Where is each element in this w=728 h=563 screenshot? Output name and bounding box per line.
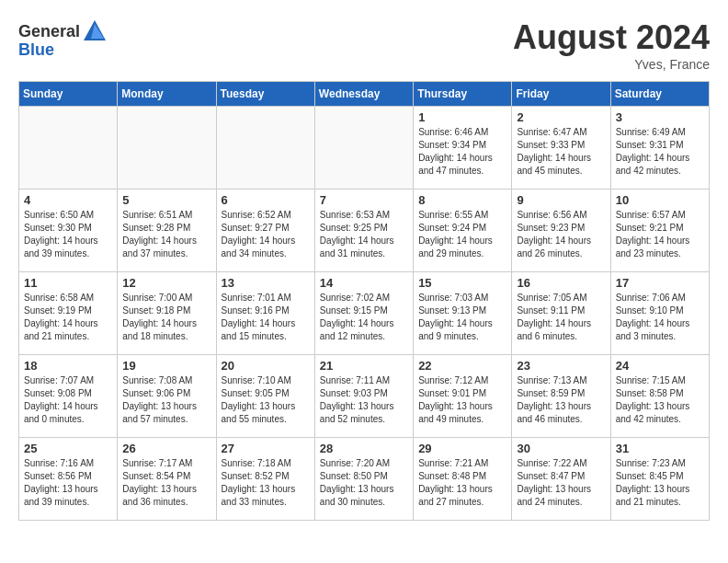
title-section: August 2024 Yves, France — [513, 18, 710, 72]
day-info: Sunrise: 7:22 AM Sunset: 8:47 PM Dayligh… — [517, 457, 605, 509]
day-number: 31 — [616, 442, 704, 455]
day-info: Sunrise: 6:52 AM Sunset: 9:27 PM Dayligh… — [222, 209, 310, 260]
calendar-cell: 7Sunrise: 6:53 AM Sunset: 9:25 PM Daylig… — [314, 190, 413, 272]
day-info: Sunrise: 7:11 AM Sunset: 9:03 PM Dayligh… — [320, 374, 408, 426]
calendar-cell: 1Sunrise: 6:46 AM Sunset: 9:34 PM Daylig… — [414, 107, 512, 190]
day-number: 12 — [122, 276, 210, 290]
day-info: Sunrise: 7:00 AM Sunset: 9:18 PM Dayligh… — [122, 292, 210, 343]
day-number: 2 — [517, 110, 605, 124]
day-info: Sunrise: 7:10 AM Sunset: 9:05 PM Dayligh… — [222, 374, 310, 426]
day-info: Sunrise: 7:03 AM Sunset: 9:13 PM Dayligh… — [418, 292, 506, 343]
day-info: Sunrise: 7:05 AM Sunset: 9:11 PM Dayligh… — [517, 292, 605, 343]
day-info: Sunrise: 6:47 AM Sunset: 9:33 PM Dayligh… — [517, 126, 605, 178]
day-header-sunday: Sunday — [19, 82, 118, 107]
day-number: 26 — [122, 442, 210, 455]
day-info: Sunrise: 7:01 AM Sunset: 9:16 PM Dayligh… — [222, 292, 310, 343]
logo: General Blue — [18, 18, 109, 60]
calendar-cell: 14Sunrise: 7:02 AM Sunset: 9:15 PM Dayli… — [314, 272, 413, 355]
calendar-cell: 29Sunrise: 7:21 AM Sunset: 8:48 PM Dayli… — [414, 438, 512, 521]
day-info: Sunrise: 6:58 AM Sunset: 9:19 PM Dayligh… — [24, 292, 112, 343]
calendar-cell: 21Sunrise: 7:11 AM Sunset: 9:03 PM Dayli… — [314, 355, 413, 438]
day-info: Sunrise: 6:50 AM Sunset: 9:30 PM Dayligh… — [24, 209, 112, 260]
calendar-cell: 15Sunrise: 7:03 AM Sunset: 9:13 PM Dayli… — [414, 272, 512, 355]
day-number: 7 — [320, 193, 408, 207]
location-text: Yves, France — [513, 57, 710, 72]
day-number: 25 — [24, 442, 112, 455]
day-number: 23 — [517, 359, 605, 373]
day-number: 19 — [122, 359, 210, 373]
calendar-cell: 10Sunrise: 6:57 AM Sunset: 9:21 PM Dayli… — [610, 190, 709, 272]
calendar-cell — [19, 107, 118, 190]
day-info: Sunrise: 7:07 AM Sunset: 9:08 PM Dayligh… — [24, 374, 112, 426]
day-number: 14 — [320, 276, 408, 290]
calendar-cell: 3Sunrise: 6:49 AM Sunset: 9:31 PM Daylig… — [610, 107, 709, 190]
day-info: Sunrise: 6:49 AM Sunset: 9:31 PM Dayligh… — [616, 126, 704, 178]
day-info: Sunrise: 7:17 AM Sunset: 8:54 PM Dayligh… — [122, 457, 210, 509]
calendar-cell: 28Sunrise: 7:20 AM Sunset: 8:50 PM Dayli… — [314, 438, 413, 521]
calendar-week-row: 18Sunrise: 7:07 AM Sunset: 9:08 PM Dayli… — [19, 355, 710, 438]
logo-icon — [82, 18, 108, 44]
day-info: Sunrise: 7:08 AM Sunset: 9:06 PM Dayligh… — [122, 374, 210, 426]
calendar-cell: 25Sunrise: 7:16 AM Sunset: 8:56 PM Dayli… — [19, 438, 118, 521]
day-number: 10 — [616, 193, 704, 207]
calendar-cell: 22Sunrise: 7:12 AM Sunset: 9:01 PM Dayli… — [414, 355, 512, 438]
day-number: 27 — [222, 442, 310, 455]
day-number: 11 — [24, 276, 112, 290]
calendar-cell: 4Sunrise: 6:50 AM Sunset: 9:30 PM Daylig… — [19, 190, 118, 272]
calendar-cell: 20Sunrise: 7:10 AM Sunset: 9:05 PM Dayli… — [216, 355, 314, 438]
day-number: 3 — [616, 110, 704, 124]
day-info: Sunrise: 7:18 AM Sunset: 8:52 PM Dayligh… — [222, 457, 310, 509]
calendar-cell: 5Sunrise: 6:51 AM Sunset: 9:28 PM Daylig… — [118, 190, 216, 272]
calendar-cell: 30Sunrise: 7:22 AM Sunset: 8:47 PM Dayli… — [512, 438, 610, 521]
calendar-cell: 6Sunrise: 6:52 AM Sunset: 9:27 PM Daylig… — [216, 190, 314, 272]
day-number: 4 — [24, 193, 112, 207]
day-number: 22 — [418, 359, 506, 373]
calendar-cell: 8Sunrise: 6:55 AM Sunset: 9:24 PM Daylig… — [414, 190, 512, 272]
day-info: Sunrise: 6:56 AM Sunset: 9:23 PM Dayligh… — [517, 209, 605, 260]
day-header-thursday: Thursday — [414, 82, 512, 107]
day-info: Sunrise: 7:15 AM Sunset: 8:58 PM Dayligh… — [616, 374, 704, 426]
day-number: 24 — [616, 359, 704, 373]
calendar-week-row: 1Sunrise: 6:46 AM Sunset: 9:34 PM Daylig… — [19, 107, 710, 190]
calendar-week-row: 25Sunrise: 7:16 AM Sunset: 8:56 PM Dayli… — [19, 438, 710, 521]
calendar-week-row: 11Sunrise: 6:58 AM Sunset: 9:19 PM Dayli… — [19, 272, 710, 355]
day-header-tuesday: Tuesday — [216, 82, 314, 107]
day-info: Sunrise: 6:55 AM Sunset: 9:24 PM Dayligh… — [418, 209, 506, 260]
day-header-saturday: Saturday — [610, 82, 709, 107]
day-info: Sunrise: 7:20 AM Sunset: 8:50 PM Dayligh… — [320, 457, 408, 509]
calendar-cell: 9Sunrise: 6:56 AM Sunset: 9:23 PM Daylig… — [512, 190, 610, 272]
day-number: 1 — [418, 110, 506, 124]
day-header-friday: Friday — [512, 82, 610, 107]
calendar-cell: 16Sunrise: 7:05 AM Sunset: 9:11 PM Dayli… — [512, 272, 610, 355]
day-number: 8 — [418, 193, 506, 207]
day-number: 6 — [222, 193, 310, 207]
day-header-monday: Monday — [118, 82, 216, 107]
day-info: Sunrise: 7:21 AM Sunset: 8:48 PM Dayligh… — [418, 457, 506, 509]
day-info: Sunrise: 6:57 AM Sunset: 9:21 PM Dayligh… — [616, 209, 704, 260]
day-number: 18 — [24, 359, 112, 373]
calendar-cell: 13Sunrise: 7:01 AM Sunset: 9:16 PM Dayli… — [216, 272, 314, 355]
day-number: 15 — [418, 276, 506, 290]
calendar-cell: 27Sunrise: 7:18 AM Sunset: 8:52 PM Dayli… — [216, 438, 314, 521]
day-info: Sunrise: 7:06 AM Sunset: 9:10 PM Dayligh… — [616, 292, 704, 343]
day-number: 16 — [517, 276, 605, 290]
calendar-cell — [314, 107, 413, 190]
day-info: Sunrise: 6:51 AM Sunset: 9:28 PM Dayligh… — [122, 209, 210, 260]
day-number: 29 — [418, 442, 506, 455]
day-info: Sunrise: 7:02 AM Sunset: 9:15 PM Dayligh… — [320, 292, 408, 343]
day-number: 28 — [320, 442, 408, 455]
day-number: 21 — [320, 359, 408, 373]
day-number: 5 — [122, 193, 210, 207]
page-header: General Blue August 2024 Yves, France — [18, 18, 710, 72]
logo-blue-text: Blue — [18, 40, 54, 60]
calendar-cell: 26Sunrise: 7:17 AM Sunset: 8:54 PM Dayli… — [118, 438, 216, 521]
calendar-header-row: SundayMondayTuesdayWednesdayThursdayFrid… — [19, 82, 710, 107]
calendar-cell: 11Sunrise: 6:58 AM Sunset: 9:19 PM Dayli… — [19, 272, 118, 355]
calendar-cell: 24Sunrise: 7:15 AM Sunset: 8:58 PM Dayli… — [610, 355, 709, 438]
calendar-cell: 23Sunrise: 7:13 AM Sunset: 8:59 PM Dayli… — [512, 355, 610, 438]
day-number: 30 — [517, 442, 605, 455]
day-number: 20 — [222, 359, 310, 373]
calendar-week-row: 4Sunrise: 6:50 AM Sunset: 9:30 PM Daylig… — [19, 190, 710, 272]
calendar-cell — [216, 107, 314, 190]
calendar-cell: 17Sunrise: 7:06 AM Sunset: 9:10 PM Dayli… — [610, 272, 709, 355]
